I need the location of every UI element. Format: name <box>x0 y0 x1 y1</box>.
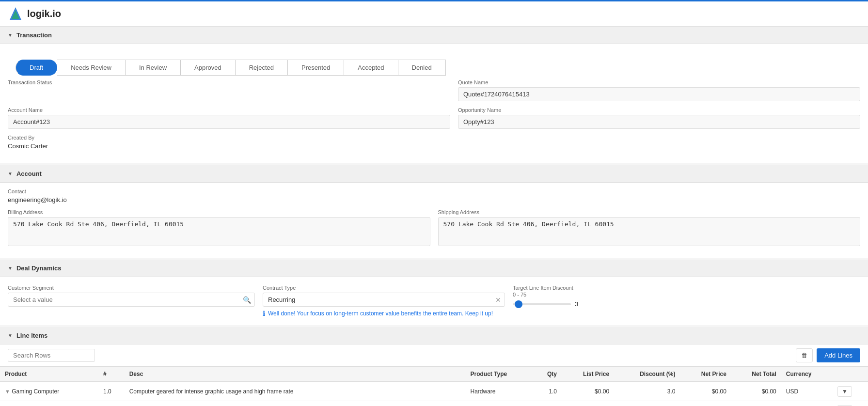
status-draft[interactable]: Draft <box>16 60 57 76</box>
account-section-body: Contact engineering@logik.io Billing Add… <box>0 183 868 258</box>
transaction-section-header[interactable]: ▼ Transaction <box>0 27 868 44</box>
customer-segment-group: Customer Segment 🔍 <box>8 285 255 307</box>
cell-net-price: $0.00 <box>680 382 731 401</box>
col-currency: Currency <box>781 367 833 382</box>
cell-discount: 3.0 <box>614 401 680 406</box>
cell-currency: USD <box>781 382 833 401</box>
line-items-table: Product # Desc Product Type Qty List Pri… <box>0 366 868 406</box>
table-header: Product # Desc Product Type Qty List Pri… <box>0 367 868 382</box>
col-product: Product <box>0 367 98 382</box>
table-row: ▼ Gaming Computer 1.0 Computer geared fo… <box>0 382 868 401</box>
billing-address-input[interactable]: 570 Lake Cook Rd Ste 406, Deerfield, IL … <box>8 217 430 246</box>
table-row: ▼ Business Computer 2.0 Computer geared … <box>0 401 868 406</box>
shipping-address-label: Shipping Address <box>438 209 861 215</box>
cell-qty: 1.0 <box>533 401 561 406</box>
account-section: ▼ Account Contact engineering@logik.io B… <box>0 165 868 258</box>
cell-desc: Computer geared for intense graphic usag… <box>125 382 466 401</box>
status-rejected[interactable]: Rejected <box>236 60 288 76</box>
quote-name-label: Quote Name <box>458 79 860 85</box>
deal-dynamics-section-title: Deal Dynamics <box>16 265 62 272</box>
add-lines-button[interactable]: Add Lines <box>817 348 860 362</box>
table-header-row: Product # Desc Product Type Qty List Pri… <box>0 367 868 382</box>
status-accepted[interactable]: Accepted <box>344 60 398 76</box>
deal-dynamics-row: Customer Segment 🔍 Contract Type ✕ ℹ <box>8 285 860 317</box>
contract-type-group: Contract Type ✕ ℹ Well done! Your focus … <box>263 285 505 317</box>
contact-label: Contact <box>8 188 860 194</box>
cell-product: ▼ Gaming Computer <box>0 382 98 401</box>
status-denied[interactable]: Denied <box>398 60 446 76</box>
quote-name-input[interactable] <box>458 87 860 101</box>
shipping-address-input[interactable]: 570 Lake Cook Rd Ste 406, Deerfield, IL … <box>438 217 861 246</box>
info-message-text: Well done! Your focus on long-term custo… <box>268 310 493 317</box>
expand-icon[interactable]: ▼ <box>5 389 10 394</box>
cell-action: ▼ <box>833 382 868 401</box>
line-items-chevron-icon: ▼ <box>8 333 13 338</box>
transaction-section-body: Draft Needs Review In Review Approved Re… <box>0 44 868 163</box>
account-name-input[interactable] <box>8 115 450 129</box>
table-body: ▼ Gaming Computer 1.0 Computer geared fo… <box>0 382 868 406</box>
shipping-address-group: Shipping Address 570 Lake Cook Rd Ste 40… <box>438 209 861 246</box>
status-approved[interactable]: Approved <box>181 60 236 76</box>
transaction-form-row2: Account Name Opportunity Name <box>8 107 860 129</box>
customer-segment-wrapper: 🔍 <box>8 293 255 307</box>
target-discount-range: 0 - 75 <box>513 292 860 297</box>
cell-qty: 1.0 <box>533 382 561 401</box>
deal-dynamics-section-header[interactable]: ▼ Deal Dynamics <box>0 260 868 277</box>
col-net-price: Net Price <box>680 367 731 382</box>
col-num: # <box>98 367 125 382</box>
cell-discount: 3.0 <box>614 382 680 401</box>
opportunity-name-group: Opportunity Name <box>458 107 860 129</box>
account-form-row1: Contact engineering@logik.io <box>8 188 860 203</box>
created-by-group: Created By Cosmic Carter <box>8 135 860 150</box>
account-section-header[interactable]: ▼ Account <box>0 165 868 183</box>
delete-button[interactable]: 🗑 <box>796 348 813 362</box>
billing-address-label: Billing Address <box>8 209 430 215</box>
status-needs-review[interactable]: Needs Review <box>57 60 126 76</box>
transaction-form-row3: Created By Cosmic Carter <box>8 135 860 150</box>
status-presented[interactable]: Presented <box>288 60 344 76</box>
status-bar: Draft Needs Review In Review Approved Re… <box>8 52 860 79</box>
account-section-title: Account <box>16 170 42 177</box>
cell-product: ▼ Business Computer <box>0 401 98 406</box>
cell-product-type: Hardware <box>465 382 533 401</box>
page-content: ▼ Transaction Draft Needs Review In Revi… <box>0 27 868 406</box>
opportunity-name-input[interactable] <box>458 115 860 129</box>
contract-type-input[interactable] <box>263 293 505 307</box>
cell-net-total: $0.00 <box>731 401 781 406</box>
search-rows-input[interactable] <box>8 349 95 362</box>
col-product-type: Product Type <box>465 367 533 382</box>
line-items-section-header[interactable]: ▼ Line Items <box>0 327 868 344</box>
col-qty: Qty <box>533 367 561 382</box>
account-name-group: Account Name <box>8 107 450 129</box>
contract-type-wrapper: ✕ <box>263 293 505 307</box>
line-items-section-title: Line Items <box>16 332 47 339</box>
logo-container: logik.io <box>8 6 61 22</box>
target-discount-slider[interactable] <box>513 303 571 305</box>
account-name-label: Account Name <box>8 107 450 113</box>
contract-type-label: Contract Type <box>263 285 505 291</box>
row-expand-button[interactable]: ▼ <box>837 386 852 397</box>
logo-icon <box>8 6 23 22</box>
transaction-chevron-icon: ▼ <box>8 32 13 38</box>
cell-num: 2.0 <box>98 401 125 406</box>
slider-wrapper: 3 <box>513 300 860 308</box>
cell-currency: USD <box>781 401 833 406</box>
deal-dynamics-section-body: Customer Segment 🔍 Contract Type ✕ ℹ <box>0 277 868 325</box>
cell-num: 1.0 <box>98 382 125 401</box>
toolbar-right: 🗑 Add Lines <box>796 348 860 362</box>
cell-net-price: $0.00 <box>680 401 731 406</box>
cell-product-type: Hardware <box>465 401 533 406</box>
billing-address-group: Billing Address 570 Lake Cook Rd Ste 406… <box>8 209 430 246</box>
customer-segment-input[interactable] <box>8 293 255 307</box>
account-form-row2: Billing Address 570 Lake Cook Rd Ste 406… <box>8 209 860 246</box>
line-items-toolbar: 🗑 Add Lines <box>0 344 868 366</box>
deal-dynamics-chevron-icon: ▼ <box>8 265 13 271</box>
info-icon: ℹ <box>263 310 265 317</box>
transaction-form-row1: Transaction Status Quote Name <box>8 79 860 101</box>
contract-type-clear-icon[interactable]: ✕ <box>495 296 501 304</box>
search-icon: 🔍 <box>243 296 251 304</box>
info-message: ℹ Well done! Your focus on long-term cus… <box>263 310 505 317</box>
cell-net-total: $0.00 <box>731 382 781 401</box>
transaction-section: ▼ Transaction Draft Needs Review In Revi… <box>0 27 868 163</box>
status-in-review[interactable]: In Review <box>126 60 181 76</box>
